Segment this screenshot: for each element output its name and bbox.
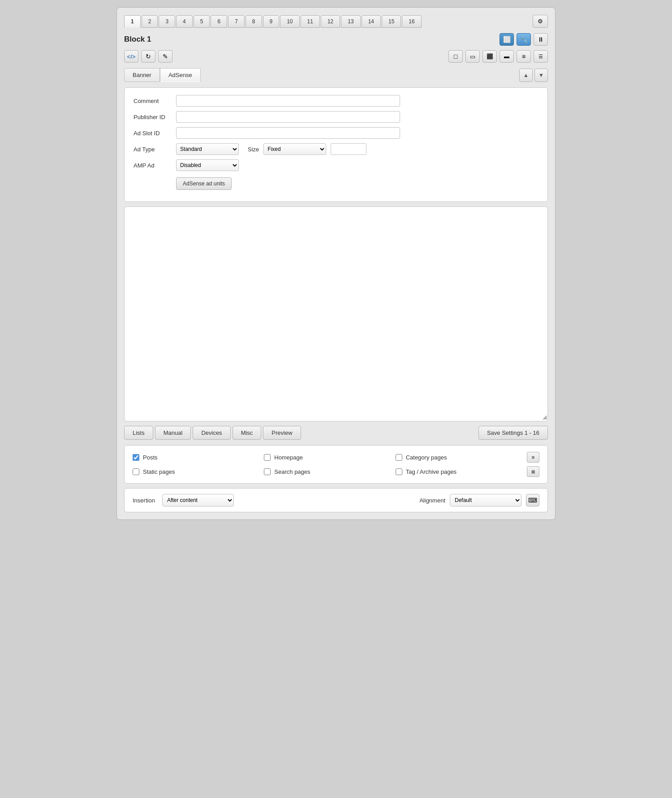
tab-10[interactable]: 10 [280, 15, 299, 28]
comment-input[interactable] [176, 95, 400, 107]
grid-icon-bottom: ⊞ [531, 469, 535, 474]
insertion-label: Insertion [133, 497, 155, 504]
tab-16[interactable]: 16 [402, 15, 421, 28]
tab-9[interactable]: 9 [263, 15, 280, 28]
checkbox-grid: Posts Homepage Category pages ≡ Static p… [133, 452, 539, 477]
lines-right-icon: ≡ [522, 53, 526, 60]
bottom-tabs: Lists Manual Devices Misc Preview Save S… [124, 426, 548, 440]
wrench-button[interactable]: 🔧 [517, 33, 531, 46]
category-pages-checkbox-item: Category pages [396, 454, 527, 461]
layout-mid-bar-button[interactable]: ▬ [500, 50, 514, 63]
publisher-id-input[interactable] [176, 111, 400, 123]
tab-4[interactable]: 4 [176, 15, 193, 28]
tab-adsense[interactable]: AdSense [160, 68, 201, 82]
settings-gear-button[interactable]: ⚙ [533, 15, 548, 28]
arrow-down-button[interactable]: ▼ [534, 69, 548, 82]
wrench-icon: 🔧 [520, 36, 528, 43]
tablet-view-button[interactable]: ⬜ [500, 33, 514, 46]
adsense-btn-row: AdSense ad units [134, 176, 538, 190]
static-pages-label: Static pages [143, 468, 175, 475]
tab-banner[interactable]: Banner [124, 68, 160, 82]
pause-button[interactable]: ⏸ [534, 33, 548, 46]
layout-full-button[interactable]: □ [448, 50, 463, 63]
static-pages-checkbox-item: Static pages [133, 468, 264, 475]
tab-13[interactable]: 13 [341, 15, 360, 28]
pause-icon: ⏸ [538, 36, 544, 43]
tab-1[interactable]: 1 [124, 15, 141, 28]
ad-type-select[interactable]: Standard Auto Custom [176, 143, 239, 155]
layout-top-bar-button[interactable]: ⬛ [482, 50, 497, 63]
static-pages-checkbox[interactable] [133, 468, 139, 475]
tab-15[interactable]: 15 [382, 15, 401, 28]
arrow-up-button[interactable]: ▲ [519, 69, 533, 82]
alignment-select[interactable]: Default Left Center Right [450, 494, 521, 506]
list-icon-top: ≡ [532, 455, 534, 460]
toolbar-row: </> ↻ ✎ □ ▭ ⬛ ▬ ≡ [124, 50, 548, 63]
size-custom-input[interactable] [331, 143, 366, 155]
refresh-button[interactable]: ↻ [141, 50, 155, 63]
ad-slot-id-label: Ad Slot ID [134, 130, 176, 137]
tag-archive-checkbox[interactable] [396, 468, 402, 475]
arrow-up-icon: ▲ [523, 72, 529, 78]
tab-8[interactable]: 8 [246, 15, 262, 28]
sub-tabs: Banner AdSense ▲ ▼ [124, 68, 548, 82]
list-icon-button-top[interactable]: ≡ [527, 452, 539, 463]
manual-tab[interactable]: Manual [155, 426, 191, 440]
keyboard-icon-button[interactable]: ⌨ [526, 494, 539, 506]
search-pages-checkbox[interactable] [264, 468, 271, 475]
ad-type-row: Ad Type Standard Auto Custom Size Fixed … [134, 143, 538, 155]
lists-tab[interactable]: Lists [124, 426, 153, 440]
sub-tabs-right: ▲ ▼ [519, 69, 548, 82]
tab-3[interactable]: 3 [159, 15, 175, 28]
publisher-id-row: Publisher ID [134, 111, 538, 123]
insertion-panel: Insertion After content Before content B… [124, 488, 548, 512]
save-settings-button[interactable]: Save Settings 1 - 16 [478, 426, 548, 440]
gear-icon: ⚙ [538, 18, 543, 25]
adsense-ad-units-button[interactable]: AdSense ad units [176, 177, 232, 190]
alignment-group: Alignment Default Left Center Right ⌨ [419, 494, 539, 506]
resize-handle[interactable]: ◢ [540, 414, 547, 420]
tab-14[interactable]: 14 [362, 15, 381, 28]
arrow-down-icon: ▼ [538, 72, 544, 78]
grid-icon-button-bottom[interactable]: ⊞ [527, 466, 539, 477]
tab-12[interactable]: 12 [321, 15, 340, 28]
toolbar-right: □ ▭ ⬛ ▬ ≡ ☰ [448, 50, 548, 63]
preview-area: ◢ [124, 206, 548, 421]
tab-11[interactable]: 11 [301, 15, 320, 28]
layout-lines-right-button[interactable]: ≡ [517, 50, 531, 63]
toolbar-left: </> ↻ ✎ [124, 50, 172, 63]
homepage-checkbox[interactable] [264, 454, 271, 461]
layout-lines-all-button[interactable]: ☰ [534, 50, 548, 63]
header-row: Block 1 ⬜ 🔧 ⏸ [124, 33, 548, 46]
layout-top-bar-icon: ⬛ [487, 53, 493, 60]
tab-6[interactable]: 6 [211, 15, 227, 28]
grid-icon-btns-bottom: ⊞ [527, 466, 539, 477]
keyboard-icon: ⌨ [528, 497, 537, 504]
layout-half-icon: ▭ [470, 53, 475, 60]
tab-5[interactable]: 5 [194, 15, 210, 28]
preview-tab[interactable]: Preview [263, 426, 301, 440]
insertion-select[interactable]: After content Before content Before para… [162, 494, 234, 506]
amp-ad-row: AMP Ad Disabled Enabled [134, 159, 538, 171]
refresh-icon: ↻ [146, 53, 151, 60]
edit-button[interactable]: ✎ [158, 50, 172, 63]
tab-7[interactable]: 7 [228, 15, 245, 28]
ad-type-label: Ad Type [134, 146, 176, 153]
code-button[interactable]: </> [124, 50, 138, 63]
size-select[interactable]: Fixed Responsive Auto [263, 143, 326, 155]
category-pages-checkbox[interactable] [396, 454, 402, 461]
form-panel: Comment Publisher ID Ad Slot ID Ad Type … [124, 87, 548, 202]
header-icons: ⬜ 🔧 ⏸ [500, 33, 548, 46]
posts-checkbox[interactable] [133, 454, 139, 461]
devices-tab[interactable]: Devices [193, 426, 230, 440]
tab-2[interactable]: 2 [142, 15, 158, 28]
ad-slot-id-input[interactable] [176, 127, 400, 139]
search-pages-label: Search pages [274, 468, 310, 475]
main-container: 1 2 3 4 5 6 7 8 9 10 11 12 13 14 15 16 ⚙… [116, 7, 556, 520]
lines-all-icon: ☰ [538, 54, 543, 60]
layout-half-button[interactable]: ▭ [465, 50, 480, 63]
posts-label: Posts [143, 454, 158, 461]
amp-ad-select[interactable]: Disabled Enabled [176, 159, 239, 171]
tag-archive-label: Tag / Archive pages [406, 468, 457, 475]
misc-tab[interactable]: Misc [233, 426, 262, 440]
